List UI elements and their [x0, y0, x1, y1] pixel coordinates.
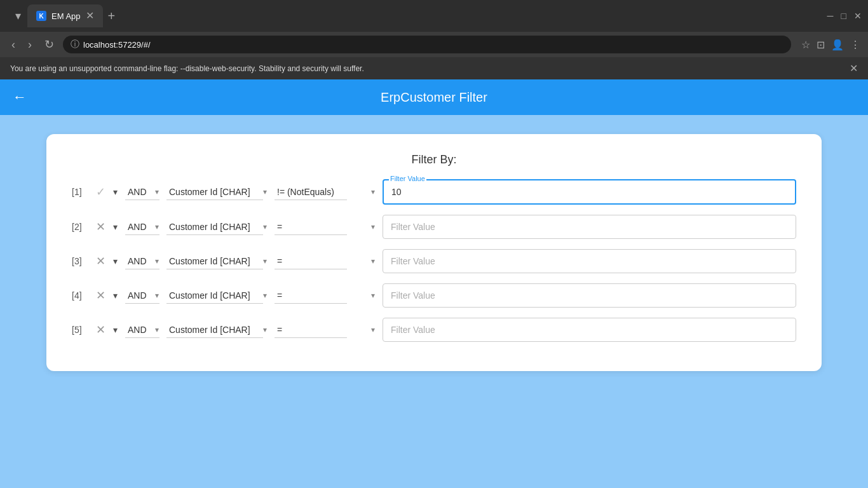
operator-select-5-wrapper: = != (NotEquals) ▾ — [275, 322, 376, 338]
filter-value-box-5 — [383, 318, 796, 342]
filter-value-box-1: Filter Value — [383, 179, 796, 205]
browser-chrome: ▾ K EM App ✕ + ─ □ ✕ — [0, 0, 868, 32]
filter-value-container-1: Filter Value — [383, 179, 796, 205]
field-select-4[interactable]: Customer Id [CHAR] — [166, 288, 263, 304]
window-close-button[interactable]: ✕ — [854, 11, 862, 21]
row1-chevron[interactable]: ▾ — [112, 187, 119, 197]
filter-value-input-2[interactable] — [383, 215, 796, 238]
operator-select-1[interactable]: != (NotEquals) = — [275, 184, 347, 200]
row-index-3: [3] — [72, 256, 90, 266]
security-icon: ⓘ — [71, 39, 79, 50]
forward-nav-button[interactable]: › — [24, 37, 36, 53]
minimize-button[interactable]: ─ — [827, 11, 834, 21]
filter-value-box-3 — [383, 249, 796, 273]
filter-value-container-2 — [383, 215, 796, 239]
logic-select-2-wrapper: ANDOR ▾ — [125, 219, 160, 235]
main-content: Filter By: [1] ✓ ▾ ANDOR ▾ Customer Id [… — [0, 115, 868, 488]
row-index-2: [2] — [72, 222, 90, 232]
check-icon[interactable]: ✓ — [96, 185, 105, 199]
tab-switcher-button[interactable]: ▾ — [11, 8, 25, 24]
logic-select-5[interactable]: ANDOR — [125, 322, 159, 338]
field-select-2-wrapper: Customer Id [CHAR] ▾ — [166, 219, 268, 235]
logic-select-2[interactable]: ANDOR — [125, 219, 159, 235]
active-tab[interactable]: K EM App ✕ — [27, 4, 103, 27]
logic-select-1[interactable]: ANDOR — [125, 184, 159, 200]
window-controls: ─ □ ✕ — [827, 11, 862, 21]
operator-caret-1: ▾ — [371, 187, 375, 196]
operator-select-2[interactable]: = != (NotEquals) — [275, 219, 347, 235]
row5-chevron[interactable]: ▾ — [112, 325, 119, 335]
x-icon-5[interactable]: ✕ — [96, 323, 105, 337]
field-caret-2: ▾ — [263, 222, 267, 231]
refresh-button[interactable]: ↻ — [41, 36, 58, 53]
field-caret-4: ▾ — [263, 291, 267, 300]
operator-select-5[interactable]: = != (NotEquals) — [275, 322, 347, 338]
cast-button[interactable]: ⊡ — [817, 39, 825, 51]
filter-value-box-2 — [383, 215, 796, 239]
operator-select-4-wrapper: = != (NotEquals) ▾ — [275, 288, 376, 304]
address-bar[interactable]: ⓘ localhost:57229/#/ — [63, 36, 791, 53]
warning-banner: You are using an unsupported command-lin… — [0, 57, 868, 79]
field-select-3[interactable]: Customer Id [CHAR] — [166, 254, 263, 269]
operator-caret-3: ▾ — [371, 257, 375, 266]
field-select-1[interactable]: Customer Id [CHAR] — [166, 184, 263, 200]
field-caret-3: ▾ — [263, 257, 267, 266]
warning-text: You are using an unsupported command-lin… — [10, 64, 364, 73]
filter-value-input-3[interactable] — [383, 250, 796, 273]
app-header: ← ErpCustomer Filter — [0, 79, 868, 115]
operator-select-3-wrapper: = != (NotEquals) ▾ — [275, 254, 376, 269]
logic-select-3-wrapper: ANDOR ▾ — [125, 254, 160, 269]
tab-title: EM App — [51, 11, 81, 21]
x-icon-4[interactable]: ✕ — [96, 288, 105, 302]
logic-select-4[interactable]: ANDOR — [125, 288, 159, 304]
field-select-3-wrapper: Customer Id [CHAR] ▾ — [166, 254, 268, 269]
extensions-button[interactable]: ⋮ — [850, 39, 860, 51]
filter-value-label-1: Filter Value — [389, 175, 426, 182]
operator-select-2-wrapper: = != (NotEquals) ▾ — [275, 219, 376, 235]
logic-select-1-wrapper: ANDOR ▾ — [125, 184, 160, 200]
filter-row: [1] ✓ ▾ ANDOR ▾ Customer Id [CHAR] ▾ != … — [72, 179, 796, 205]
field-select-2[interactable]: Customer Id [CHAR] — [166, 219, 263, 235]
operator-caret-2: ▾ — [371, 222, 375, 231]
address-bar-row: ‹ › ↻ ⓘ localhost:57229/#/ ☆ ⊡ 👤 ⋮ — [0, 32, 868, 57]
row2-chevron[interactable]: ▾ — [112, 222, 119, 232]
x-icon-3[interactable]: ✕ — [96, 254, 105, 268]
filter-value-input-5[interactable] — [383, 318, 796, 341]
maximize-button[interactable]: □ — [841, 11, 846, 21]
warning-close-button[interactable]: ✕ — [850, 62, 858, 74]
field-select-1-wrapper: Customer Id [CHAR] ▾ — [166, 184, 268, 200]
x-icon-2[interactable]: ✕ — [96, 220, 105, 234]
operator-select-4[interactable]: = != (NotEquals) — [275, 288, 347, 304]
browser-toolbar: ☆ ⊡ 👤 ⋮ — [801, 39, 860, 51]
tab-close-button[interactable]: ✕ — [86, 11, 94, 21]
tab-bar: ▾ K EM App ✕ + — [11, 4, 817, 27]
field-select-5-wrapper: Customer Id [CHAR] ▾ — [166, 322, 268, 338]
filter-row-3: [3] ✕ ▾ ANDOR ▾ Customer Id [CHAR] ▾ = !… — [72, 249, 796, 273]
filter-value-box-4 — [383, 283, 796, 308]
row4-chevron[interactable]: ▾ — [112, 290, 119, 301]
filter-value-input-4[interactable] — [383, 284, 796, 307]
new-tab-button[interactable]: + — [105, 6, 118, 26]
filter-value-container-3 — [383, 249, 796, 273]
filter-row-2: [2] ✕ ▾ ANDOR ▾ Customer Id [CHAR] ▾ = !… — [72, 215, 796, 239]
filter-value-container-4 — [383, 283, 796, 308]
filter-heading: Filter By: — [72, 153, 796, 166]
row3-chevron[interactable]: ▾ — [112, 256, 119, 266]
filter-value-input-1[interactable] — [384, 180, 795, 203]
operator-select-3[interactable]: = != (NotEquals) — [275, 254, 347, 269]
bookmark-button[interactable]: ☆ — [801, 39, 810, 51]
operator-select-1-wrapper: != (NotEquals) = ▾ — [275, 184, 376, 200]
field-caret-1: ▾ — [263, 187, 267, 196]
filter-value-container-5 — [383, 318, 796, 342]
field-caret-5: ▾ — [263, 325, 267, 334]
back-button[interactable]: ← — [13, 89, 27, 105]
back-nav-button[interactable]: ‹ — [8, 37, 19, 53]
field-select-5[interactable]: Customer Id [CHAR] — [166, 322, 263, 338]
profile-button[interactable]: 👤 — [831, 39, 844, 51]
row-index-5: [5] — [72, 325, 90, 335]
page-title: ErpCustomer Filter — [381, 90, 487, 105]
tab-favicon: K — [36, 11, 46, 21]
logic-select-3[interactable]: ANDOR — [125, 254, 159, 269]
operator-caret-5: ▾ — [371, 325, 375, 334]
row-index-4: [4] — [72, 290, 90, 301]
